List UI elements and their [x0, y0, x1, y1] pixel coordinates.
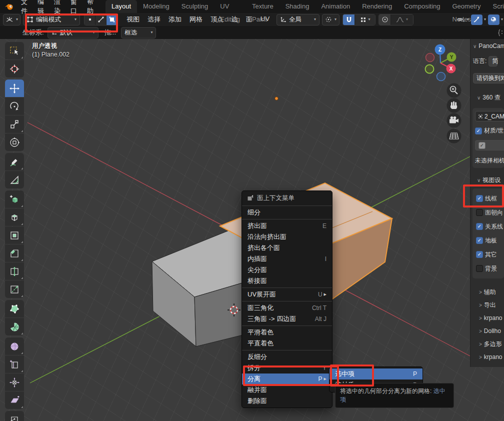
panel-header-panocam[interactable]: ∨ PanoCama: [470, 42, 504, 50]
face-select-mode-button[interactable]: [106, 14, 117, 25]
menu-edit[interactable]: 编辑: [32, 0, 49, 16]
menu-item-tris-to-quads[interactable]: 三角面 -> 四边面Alt J: [242, 314, 332, 324]
tab-shading[interactable]: Shading: [280, 0, 316, 13]
overlays-toggle[interactable]: ▾: [488, 14, 503, 25]
tool-move-button[interactable]: [5, 80, 24, 97]
menu-window[interactable]: 窗口: [66, 0, 82, 16]
tab-animation[interactable]: Animation: [315, 0, 356, 13]
tool-rotate-button[interactable]: [5, 98, 24, 115]
tab-compositing[interactable]: Compositing: [398, 0, 446, 13]
tool-extrude-region-button[interactable]: [5, 208, 24, 226]
material-world-row[interactable]: ✓ 材质/世界: [475, 126, 504, 135]
secondary-toggle-button[interactable]: ✓: [475, 140, 504, 150]
menu-view[interactable]: 视图: [122, 15, 144, 24]
option-floor[interactable]: ✓ 地板: [475, 234, 504, 248]
switch-camera-button[interactable]: 请切换到对: [473, 73, 504, 84]
option-background[interactable]: 背景: [475, 262, 504, 276]
section-dollhouse[interactable]: >Dollho: [476, 324, 504, 338]
menu-item-triangulate[interactable]: 面三角化Ctrl T: [242, 302, 332, 314]
menu-item-split[interactable]: 拆分Y: [242, 362, 332, 374]
tool-smooth-button[interactable]: [5, 338, 24, 355]
menu-file[interactable]: 文件: [16, 0, 32, 16]
submenu-item-selection[interactable]: 选中项P: [330, 368, 422, 380]
tab-layout[interactable]: Layout: [106, 0, 137, 13]
menu-item-extrude-individual[interactable]: 挤出各个面: [242, 242, 332, 254]
tool-scale-button[interactable]: [5, 116, 24, 133]
tool-add-cube-button[interactable]: [5, 190, 24, 208]
face-orientation-checkbox[interactable]: [476, 209, 483, 216]
section-krpano-2[interactable]: >krpano: [476, 350, 504, 364]
menu-item-poke-faces[interactable]: 尖分面: [242, 264, 332, 276]
proportional-falloff-selector[interactable]: ▾: [391, 14, 413, 25]
perspective-grid-button[interactable]: [447, 129, 462, 144]
section-krpano-1[interactable]: >krpano: [476, 312, 504, 324]
transform-orientation-selector[interactable]: 全局 ▾: [276, 14, 320, 26]
section-assist[interactable]: >辅助: [476, 286, 504, 298]
vertex-select-mode-button[interactable]: [84, 14, 95, 25]
relationship-lines-checkbox[interactable]: ✓: [476, 223, 483, 230]
section-polygon[interactable]: >多边形: [476, 338, 504, 350]
option-wireframe[interactable]: ✓ 线框: [475, 192, 504, 206]
tab-scripting[interactable]: Scripting: [487, 0, 504, 13]
section-360-header[interactable]: ∨ 360 查: [474, 94, 504, 102]
tool-cursor-3d-button[interactable]: [5, 60, 24, 78]
other-checkbox[interactable]: ✓: [476, 251, 483, 258]
tab-uv-editing[interactable]: UV Editing: [214, 0, 246, 13]
language-selector[interactable]: 简: [488, 56, 498, 66]
select-box-mode-selector[interactable]: 框选 ▾: [121, 27, 156, 38]
navigation-gizmo[interactable]: Z Y X: [420, 40, 470, 155]
menu-item-bridge-faces[interactable]: 桥接面: [242, 276, 332, 286]
menu-render[interactable]: 渲染: [49, 0, 66, 16]
option-other[interactable]: ✓ 其它: [475, 248, 504, 262]
snap-toggle-button[interactable]: [343, 14, 354, 25]
pivot-point-selector[interactable]: ▾: [322, 14, 340, 26]
section-viewport-header[interactable]: ∨ 视图设: [474, 176, 504, 184]
edge-select-mode-button[interactable]: [96, 14, 106, 25]
tool-shear-button[interactable]: [5, 392, 24, 409]
pan-hand-button[interactable]: [447, 98, 462, 113]
tab-geometry-nodes[interactable]: Geometry Nodes: [446, 0, 486, 13]
proportional-editing-toggle[interactable]: [379, 14, 390, 25]
tool-poly-build-button[interactable]: [5, 300, 24, 318]
section-blender[interactable]: >Blende: [476, 364, 504, 367]
menu-item-inset-faces[interactable]: 内插面I: [242, 254, 332, 264]
menu-item-extrude-faces[interactable]: 挤出面E: [242, 220, 332, 232]
axis-neg-x-ball[interactable]: [426, 54, 434, 62]
tab-modeling[interactable]: Modeling: [137, 0, 176, 13]
menu-item-subdivide[interactable]: 细分: [242, 207, 332, 218]
wireframe-checkbox[interactable]: ✓: [476, 195, 483, 202]
menu-add[interactable]: 添加: [164, 15, 186, 24]
menu-item-shade-flat[interactable]: 平直着色: [242, 338, 332, 349]
tool-rip-region-button[interactable]: [5, 411, 24, 421]
material-world-checkbox[interactable]: ✓: [475, 128, 482, 134]
section-export[interactable]: >导出: [476, 298, 504, 312]
menu-item-dissolve-faces[interactable]: 融并面: [242, 384, 332, 396]
tool-bevel-button[interactable]: [5, 244, 24, 262]
tool-inset-faces-button[interactable]: [5, 226, 24, 244]
axis-neg-y-ball[interactable]: [426, 65, 434, 74]
secondary-checkbox[interactable]: ✓: [478, 142, 486, 149]
option-relationship-lines[interactable]: ✓ 关系线: [475, 220, 504, 234]
menu-mesh[interactable]: 网格: [186, 15, 206, 24]
menu-item-unsubdivide[interactable]: 反细分: [242, 352, 332, 362]
snap-with-selector[interactable]: ▾: [355, 14, 375, 25]
coordinate-system-selector[interactable]: 默认 ▾: [48, 27, 98, 38]
tool-transform-button[interactable]: [5, 134, 24, 151]
tool-annotate-button[interactable]: [5, 153, 24, 170]
tool-edge-slide-button[interactable]: [5, 356, 24, 373]
tool-measure-button[interactable]: [5, 171, 24, 188]
menu-select[interactable]: 选择: [144, 15, 164, 24]
tool-shrink-fatten-button[interactable]: [5, 374, 24, 391]
blender-logo-icon[interactable]: [4, 2, 14, 11]
menu-help[interactable]: 帮助: [82, 0, 98, 16]
axis-neg-z-ball[interactable]: [437, 72, 446, 81]
camera-object-field[interactable]: 2_CAM: [475, 111, 504, 122]
floor-checkbox[interactable]: ✓: [476, 237, 483, 244]
menu-item-shade-smooth[interactable]: 平滑着色: [242, 327, 332, 338]
tool-spin-button[interactable]: [5, 318, 24, 336]
tab-sculpting[interactable]: Sculpting: [176, 0, 214, 13]
tool-loop-cut-button[interactable]: [5, 262, 24, 280]
menu-item-delete-faces[interactable]: 删除面: [242, 396, 332, 406]
tab-rendering[interactable]: Rendering: [356, 0, 398, 13]
tab-texture-paint[interactable]: Texture Paint: [246, 0, 280, 13]
